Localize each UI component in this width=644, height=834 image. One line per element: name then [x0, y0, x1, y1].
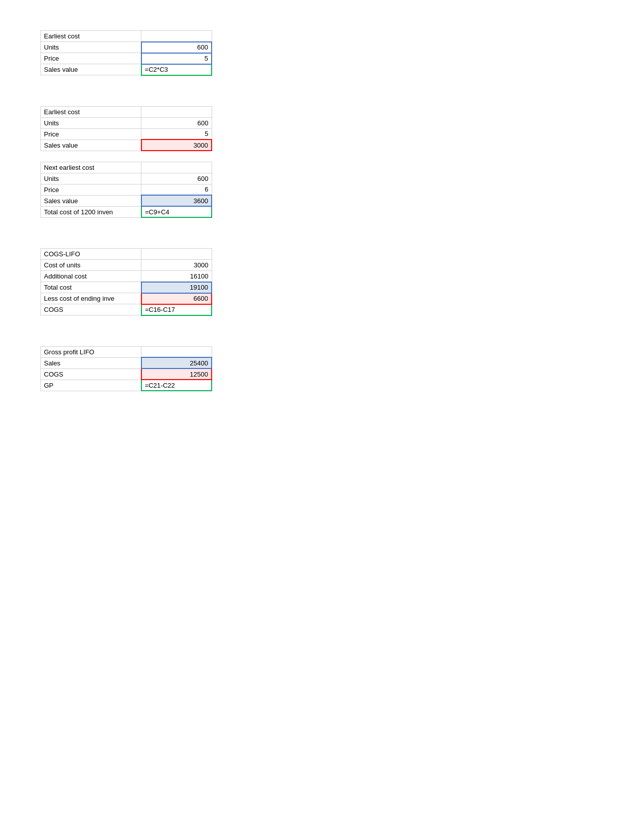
header-earliest-2: Earliest cost: [41, 106, 141, 117]
value-price-2b: 6: [141, 184, 212, 195]
table-1: Earliest cost Units 600 Price 5 Sales va…: [40, 30, 212, 76]
table-row: COGS-LIFO: [41, 249, 212, 260]
section-4: Gross profit LIFO Sales 25400 COGS 12500…: [40, 346, 604, 392]
table-row: Additional cost 16100: [41, 271, 212, 282]
table-row: Price 6: [41, 184, 212, 195]
table-row-spacer: [41, 151, 212, 162]
label-units-2b: Units: [41, 173, 141, 184]
value-salesvalue-2b[interactable]: 3600: [141, 195, 212, 206]
header-value-gp: [141, 346, 212, 357]
table-row: Units 600: [41, 117, 212, 128]
table-row: Sales value =C2*C3: [41, 64, 212, 75]
table-2: Earliest cost Units 600 Price 5 Sales va…: [40, 106, 212, 218]
table-row: Earliest cost: [41, 106, 212, 117]
value-cogs-gp[interactable]: 12500: [141, 368, 212, 380]
value-salesvalue-2a[interactable]: 3000: [141, 140, 212, 151]
value-units-2a: 600: [141, 117, 212, 128]
label-salesvalue-2a: Sales value: [41, 140, 141, 151]
header-value-earliest-2: [141, 106, 212, 117]
section-2: Earliest cost Units 600 Price 5 Sales va…: [40, 106, 604, 218]
header-value-next-2: [141, 162, 212, 173]
value-units-2b: 600: [141, 173, 212, 184]
header-next-2: Next earliest cost: [41, 162, 141, 173]
table-row: Price 5: [41, 128, 212, 140]
label-salesvalue-2b: Sales value: [41, 195, 141, 206]
table-row: COGS 12500: [41, 368, 212, 380]
table-row: Less cost of ending inve 6600: [41, 293, 212, 304]
label-units-1: Units: [41, 42, 141, 53]
spacer-cell-2: [141, 151, 212, 162]
label-gp: GP: [41, 380, 141, 391]
table-row: Earliest cost: [41, 31, 212, 42]
table-row: Cost of units 3000: [41, 260, 212, 271]
label-price-2a: Price: [41, 128, 141, 140]
value-costunits: 3000: [141, 260, 212, 271]
table-row: Units 600: [41, 173, 212, 184]
table-row: Next earliest cost: [41, 162, 212, 173]
label-salesvalue-1: Sales value: [41, 64, 141, 75]
value-price-2a: 5: [141, 128, 212, 140]
table-row: GP =C21-C22: [41, 380, 212, 391]
table-row: COGS =C16-C17: [41, 304, 212, 315]
table-3: COGS-LIFO Cost of units 3000 Additional …: [40, 248, 212, 316]
label-lesscost: Less cost of ending inve: [41, 293, 141, 304]
value-salesvalue-1[interactable]: =C2*C3: [141, 64, 212, 75]
section-3: COGS-LIFO Cost of units 3000 Additional …: [40, 248, 604, 316]
table-row: Gross profit LIFO: [41, 346, 212, 357]
value-totalcost-2[interactable]: =C9+C4: [141, 206, 212, 217]
value-totalcost[interactable]: 19100: [141, 282, 212, 293]
table-4: Gross profit LIFO Sales 25400 COGS 12500…: [40, 346, 212, 392]
label-costunits: Cost of units: [41, 260, 141, 271]
table-row: Units 600: [41, 42, 212, 53]
label-price-1: Price: [41, 53, 141, 64]
header-value-cogs: [141, 249, 212, 260]
table-row: Sales value 3600: [41, 195, 212, 206]
table-row: Sales 25400: [41, 357, 212, 368]
value-price-1[interactable]: 5: [141, 53, 212, 64]
label-units-2a: Units: [41, 117, 141, 128]
header-value-1: [141, 31, 212, 42]
section-1: Earliest cost Units 600 Price 5 Sales va…: [40, 30, 604, 76]
spacer-cell: [41, 151, 141, 162]
label-cogs: COGS: [41, 304, 141, 315]
label-addcost: Additional cost: [41, 271, 141, 282]
table-row: Price 5: [41, 53, 212, 64]
value-cogs[interactable]: =C16-C17: [141, 304, 212, 315]
header-cogs-lifo: COGS-LIFO: [41, 249, 141, 260]
label-totalcost-2: Total cost of 1200 inven: [41, 206, 141, 217]
value-lesscost[interactable]: 6600: [141, 293, 212, 304]
value-gp[interactable]: =C21-C22: [141, 380, 212, 391]
header-cell-1: Earliest cost: [41, 31, 141, 42]
page-container: Earliest cost Units 600 Price 5 Sales va…: [0, 0, 644, 422]
value-addcost: 16100: [141, 271, 212, 282]
value-sales[interactable]: 25400: [141, 357, 212, 368]
table-row: Total cost 19100: [41, 282, 212, 293]
header-gp-lifo: Gross profit LIFO: [41, 346, 141, 357]
label-price-2b: Price: [41, 184, 141, 195]
label-sales: Sales: [41, 357, 141, 368]
label-cogs-gp: COGS: [41, 368, 141, 380]
table-row: Sales value 3000: [41, 140, 212, 151]
label-totalcost: Total cost: [41, 282, 141, 293]
value-units-1[interactable]: 600: [141, 42, 212, 53]
table-row: Total cost of 1200 inven =C9+C4: [41, 206, 212, 217]
